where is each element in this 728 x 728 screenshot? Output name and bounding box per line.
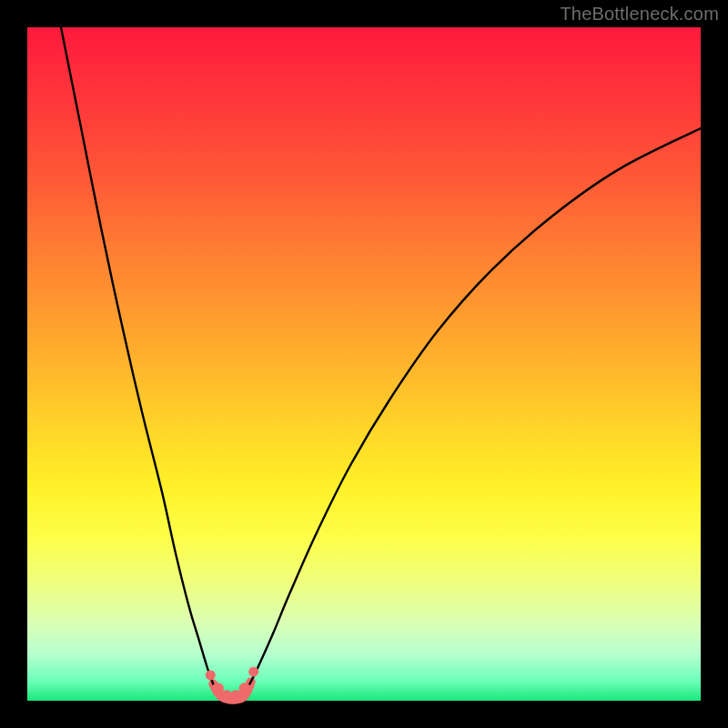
chart-svg (27, 27, 701, 701)
series-right-branch (244, 128, 701, 693)
valley-marker-4 (239, 682, 251, 694)
watermark-text: TheBottleneck.com (560, 4, 719, 25)
chart-frame: TheBottleneck.com (0, 0, 728, 728)
valley-marker-5 (248, 667, 258, 677)
series-left-branch (61, 27, 217, 693)
curve-right-branch (244, 128, 701, 693)
curve-left-branch (61, 27, 217, 693)
valley-marker-0 (206, 670, 216, 680)
